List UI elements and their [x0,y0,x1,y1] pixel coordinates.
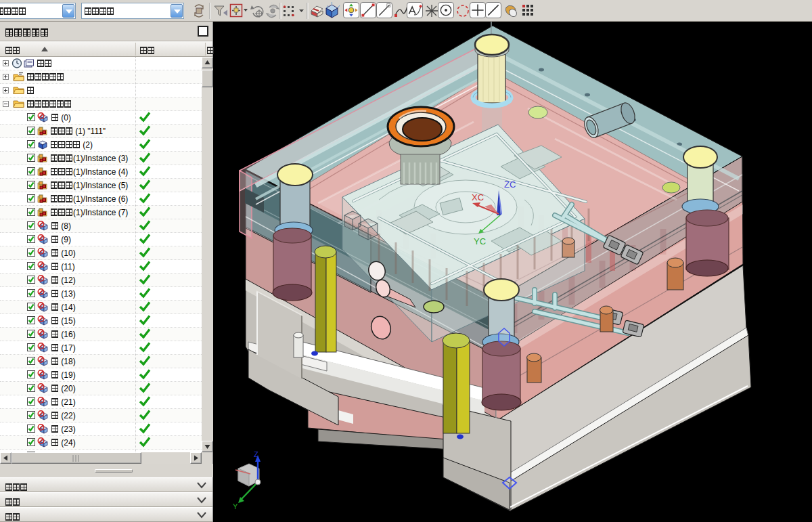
svg-text:Y: Y [233,502,238,510]
svg-text:Z: Z [254,450,258,458]
svg-text:YC: YC [474,236,486,246]
svg-text:XC: XC [472,192,484,202]
svg-text:ZC: ZC [504,179,516,190]
